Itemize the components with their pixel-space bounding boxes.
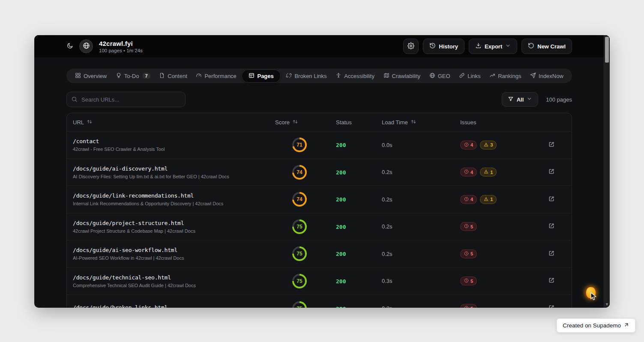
- open-external-button[interactable]: [547, 195, 556, 204]
- link-icon: [459, 72, 465, 80]
- page-url[interactable]: /docs/guide/project-structure.html: [73, 220, 275, 226]
- page-description: AI-Powered SEO Workflow in 42crawl | 42c…: [73, 255, 275, 261]
- error-badge[interactable]: 5: [460, 276, 477, 285]
- warning-badge[interactable]: 1: [480, 168, 497, 177]
- status-code: 200: [336, 169, 346, 176]
- external-link-icon: [548, 277, 555, 285]
- scrollbar-thumb[interactable]: [605, 37, 609, 63]
- sort-icon: [292, 118, 299, 126]
- column-header-load-time[interactable]: Load Time: [382, 118, 460, 126]
- table-row[interactable]: /docs/guide/broken-links.html 75 200 0.2…: [67, 295, 572, 308]
- page-url[interactable]: /docs/guide/link-recommendations.html: [73, 192, 275, 199]
- error-badge[interactable]: 5: [460, 304, 477, 308]
- open-external-button[interactable]: [547, 222, 556, 231]
- alert-circle-icon: [464, 169, 469, 175]
- tab-pages[interactable]: Pages: [242, 69, 280, 83]
- send-icon: [530, 72, 536, 80]
- person-icon: [335, 72, 341, 80]
- score-value: 75: [297, 306, 302, 308]
- status-code: 200: [336, 196, 346, 203]
- tab-broken-links[interactable]: Broken Links: [282, 70, 330, 82]
- supademo-badge[interactable]: Created on Supademo: [557, 318, 635, 333]
- chevron-down-icon: [505, 43, 511, 50]
- error-badge[interactable]: 5: [460, 222, 477, 231]
- page-url[interactable]: /contact: [73, 138, 275, 144]
- history-label: History: [439, 43, 458, 50]
- column-header-url[interactable]: URL: [73, 118, 275, 126]
- tab-rankings[interactable]: Rankings: [486, 70, 524, 82]
- new-crawl-label: New Crawl: [537, 43, 566, 50]
- export-button[interactable]: Export: [469, 39, 517, 54]
- tab-indexnow[interactable]: IndexNow: [527, 70, 567, 82]
- tab-label: IndexNow: [539, 73, 563, 79]
- page-url[interactable]: /docs/guide/broken-links.html: [73, 304, 275, 308]
- score-ring: 71: [292, 138, 307, 152]
- tab-crawlability[interactable]: Crawlability: [380, 70, 424, 82]
- titlebar-actions: History Export New Crawl: [403, 39, 572, 54]
- history-button[interactable]: History: [423, 39, 464, 54]
- external-link-icon: [548, 141, 555, 149]
- score-ring: 74: [292, 165, 307, 180]
- table-row[interactable]: /docs/guide/link-recommendations.html In…: [67, 186, 572, 213]
- globe-icon: [429, 72, 435, 80]
- error-badge[interactable]: 4: [460, 141, 477, 150]
- tab-performance[interactable]: Performance: [192, 70, 240, 82]
- open-external-button[interactable]: [547, 276, 556, 286]
- warning-badge[interactable]: 1: [480, 195, 497, 204]
- table-row[interactable]: /docs/guide/ai-seo-workflow.html AI-Powe…: [67, 240, 572, 268]
- page-description: AI Discovery Files: Setting Up llm.txt &…: [73, 174, 275, 179]
- score-value: 74: [297, 196, 302, 202]
- page-url[interactable]: /docs/guide/ai-seo-workflow.html: [73, 247, 275, 253]
- tab-label: GEO: [438, 73, 450, 79]
- vertical-scrollbar[interactable]: ▼: [604, 35, 610, 308]
- column-header-score[interactable]: Score: [275, 118, 336, 126]
- column-header-status[interactable]: Status: [336, 119, 382, 126]
- open-external-button[interactable]: [547, 303, 556, 308]
- tab-label: Content: [168, 73, 187, 79]
- column-header-issues[interactable]: Issues: [460, 119, 547, 126]
- alert-circle-icon: [464, 306, 469, 308]
- page-description: Internal Link Recommendations & Opportun…: [73, 201, 275, 206]
- search-input[interactable]: [66, 92, 186, 107]
- score-value: 75: [297, 251, 302, 257]
- new-crawl-button[interactable]: New Crawl: [521, 39, 572, 54]
- error-badge[interactable]: 4: [460, 195, 477, 204]
- score-ring: 75: [292, 274, 307, 288]
- table-row[interactable]: /contact 42crawl - Free SEO Crawler & An…: [67, 132, 572, 159]
- score-ring: 75: [292, 219, 307, 234]
- moon-icon: [66, 42, 73, 51]
- tab-geo[interactable]: GEO: [426, 70, 454, 82]
- score-ring: 74: [292, 192, 307, 207]
- open-external-button[interactable]: [547, 249, 556, 259]
- dark-mode-toggle[interactable]: [66, 42, 73, 51]
- filter-button[interactable]: All: [502, 92, 539, 107]
- tab-accessibility[interactable]: Accessibility: [332, 70, 378, 82]
- page-url[interactable]: /docs/guide/technical-seo.html: [73, 274, 275, 281]
- page-url[interactable]: /docs/guide/ai-discovery.html: [73, 165, 275, 172]
- tab-content[interactable]: Content: [156, 70, 191, 82]
- load-time: 0.2s: [382, 305, 460, 308]
- warning-badge[interactable]: 3: [480, 141, 497, 150]
- open-external-button[interactable]: [547, 140, 556, 150]
- tab-overview[interactable]: Overview: [72, 70, 110, 82]
- load-time: 0.2s: [382, 196, 460, 203]
- table-row[interactable]: /docs/guide/ai-discovery.html AI Discove…: [67, 159, 572, 186]
- tab-label: Crawlability: [392, 73, 420, 79]
- status-code: 200: [336, 251, 346, 257]
- table-row[interactable]: /docs/guide/project-structure.html 42cra…: [67, 213, 572, 241]
- crawl-summary: 100 pages • 1m 24s: [99, 48, 143, 53]
- error-badge[interactable]: 5: [460, 249, 477, 258]
- score-value: 74: [297, 169, 302, 175]
- tab-todo[interactable]: To-Do 7: [112, 70, 154, 82]
- sort-icon: [86, 118, 93, 126]
- pages-count: 100 pages: [546, 96, 572, 103]
- open-external-button[interactable]: [547, 167, 556, 177]
- page-description: 42crawl - Free SEO Crawler & Analysis To…: [73, 147, 275, 152]
- external-link-icon: [548, 222, 555, 231]
- error-badge[interactable]: 4: [460, 168, 477, 177]
- table-row[interactable]: /docs/guide/technical-seo.html Comprehen…: [67, 268, 572, 295]
- scrollbar-down-arrow[interactable]: ▼: [604, 302, 610, 306]
- settings-button[interactable]: [403, 39, 419, 54]
- tab-links[interactable]: Links: [455, 70, 484, 82]
- alert-triangle-icon: [484, 142, 488, 148]
